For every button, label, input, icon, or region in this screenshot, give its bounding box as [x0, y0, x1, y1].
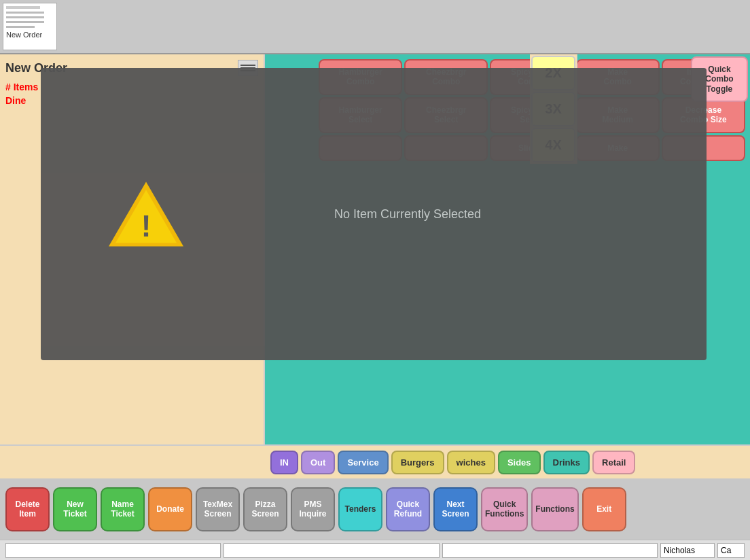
cat-sides-btn[interactable]: Sides [498, 451, 541, 474]
status-field-1 [5, 543, 221, 558]
status-bar: Nicholas Ca [0, 540, 750, 560]
status-field-2 [224, 543, 439, 558]
new-ticket-btn[interactable]: New Ticket [53, 487, 97, 531]
category-row: IN Out Service Burgers wiches Sides Drin… [0, 444, 750, 478]
modal-overlay[interactable]: ! No Item Currently Selected [41, 68, 707, 360]
texmex-screen-btn[interactable]: TexMex Screen [196, 487, 240, 531]
pms-inquire-btn[interactable]: PMS Inquire [291, 487, 335, 531]
donate-btn[interactable]: Donate [148, 487, 192, 531]
new-order-doc[interactable]: New Order [3, 3, 57, 50]
quick-refund-btn[interactable]: Quick Refund [386, 487, 430, 531]
next-screen-btn[interactable]: Next Screen [433, 487, 478, 531]
quick-functions-btn[interactable]: Quick Functions [481, 487, 528, 531]
status-field-ca: Ca [717, 543, 745, 558]
cat-burgers-btn[interactable]: Burgers [391, 451, 444, 474]
top-bar: New Order [0, 0, 750, 54]
exit-btn[interactable]: Exit [582, 487, 626, 531]
cat-service-btn[interactable]: Service [338, 451, 388, 474]
cat-out-btn[interactable]: Out [301, 451, 335, 474]
cat-retail-btn[interactable]: Retail [592, 451, 635, 474]
bottom-toolbar: Delete Item New Ticket Name Ticket Donat… [0, 478, 750, 540]
pizza-screen-btn[interactable]: Pizza Screen [243, 487, 287, 531]
warning-icon: ! [109, 182, 183, 247]
name-ticket-btn[interactable]: Name Ticket [101, 487, 145, 531]
tenders-btn[interactable]: Tenders [338, 487, 382, 531]
doc-label: New Order [6, 31, 42, 39]
functions-btn[interactable]: Functions [531, 487, 578, 531]
cat-wiches-btn[interactable]: wiches [447, 451, 495, 474]
status-field-3 [442, 543, 658, 558]
cat-drinks-btn[interactable]: Drinks [543, 451, 590, 474]
modal-message: No Item Currently Selected [334, 207, 481, 222]
status-user: Nicholas [660, 543, 715, 558]
delete-item-btn[interactable]: Delete Item [5, 487, 50, 531]
cat-in-btn[interactable]: IN [270, 451, 298, 474]
